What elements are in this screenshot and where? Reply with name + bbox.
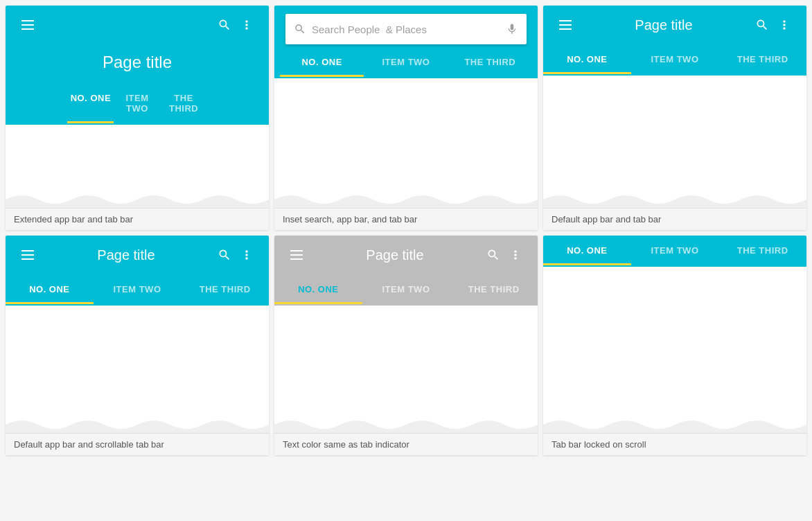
search-bar-icon xyxy=(294,23,306,35)
caption-4: Default app bar and scrollable tab bar xyxy=(6,433,269,455)
more-icon-4[interactable] xyxy=(236,244,258,266)
hamburger-3 xyxy=(559,20,572,30)
tab5-the-third[interactable]: THE THIRD xyxy=(450,274,538,304)
search-icon-3[interactable] xyxy=(751,14,773,36)
search-bar xyxy=(285,14,527,44)
grey-appbar: Page title xyxy=(274,236,538,274)
card-1: Page title NO. ONE ITEM TWO THE THIRD Ex… xyxy=(6,6,269,230)
mic-icon xyxy=(506,23,518,35)
appbar-top-row xyxy=(6,6,269,44)
tab6-the-third[interactable]: THE THIRD xyxy=(718,236,806,265)
content-area-6 xyxy=(543,267,806,433)
tab-bar-5: NO. ONE ITEM TWO THE THIRD xyxy=(274,274,538,306)
more-icon[interactable] xyxy=(236,14,258,36)
page-title-5: Page title xyxy=(308,247,482,263)
card-3: Page title NO. ONE ITEM TWO THE THIRD De… xyxy=(543,6,806,230)
search-icon-5[interactable] xyxy=(482,244,504,266)
caption-6: Tab bar locked on scroll xyxy=(543,433,806,455)
card-5: Page title NO. ONE ITEM TWO THE THIRD Te… xyxy=(274,236,538,455)
more-icon-5[interactable] xyxy=(504,244,527,266)
search-input[interactable] xyxy=(312,24,500,35)
search-icon-4[interactable] xyxy=(213,244,236,266)
search-icon[interactable] xyxy=(213,14,236,36)
tab2-the-third[interactable]: THE THIRD xyxy=(448,47,532,77)
tab-item-two[interactable]: ITEM TWO xyxy=(114,83,160,123)
content-area-4 xyxy=(6,306,269,433)
inset-search-container: NO. ONE ITEM TWO THE THIRD xyxy=(274,6,538,78)
tab2-item-two[interactable]: ITEM TWO xyxy=(364,47,448,77)
content-area-1 xyxy=(6,125,269,208)
main-grid: Page title NO. ONE ITEM TWO THE THIRD Ex… xyxy=(0,0,812,461)
tab-no-one[interactable]: NO. ONE xyxy=(67,83,114,123)
tab6-no-one[interactable]: NO. ONE xyxy=(543,236,631,265)
card-4: Page title NO. ONE ITEM TWO THE THIRD De… xyxy=(6,236,269,455)
tab5-no-one[interactable]: NO. ONE xyxy=(274,274,362,304)
extended-appbar: Page title NO. ONE ITEM TWO THE THIRD xyxy=(6,6,269,125)
content-area-2 xyxy=(274,78,538,208)
tab-the-third[interactable]: THE THIRD xyxy=(161,83,207,123)
tab-bar-3: NO. ONE ITEM TWO THE THIRD xyxy=(543,44,806,76)
hamburger-5 xyxy=(290,250,303,260)
page-title-4: Page title xyxy=(39,247,213,263)
hamburger-4 xyxy=(21,250,34,260)
tab2-no-one[interactable]: NO. ONE xyxy=(280,47,364,77)
tab6-item-two[interactable]: ITEM TWO xyxy=(631,236,719,265)
tab3-item-two[interactable]: ITEM TWO xyxy=(631,44,719,74)
page-title-3: Page title xyxy=(576,17,751,33)
tab-bar-1: NO. ONE ITEM TWO THE THIRD xyxy=(67,83,206,125)
menu-icon-3[interactable] xyxy=(554,14,576,36)
caption-3: Default app bar and tab bar xyxy=(543,208,806,230)
caption-2: Inset search, app bar, and tab bar xyxy=(274,208,538,230)
menu-icon[interactable] xyxy=(17,14,39,36)
menu-icon-5[interactable] xyxy=(285,244,308,266)
page-title: Page title xyxy=(6,44,269,83)
hamburger-icon xyxy=(21,20,34,30)
content-area-3 xyxy=(543,76,806,208)
tab-bar-2: NO. ONE ITEM TWO THE THIRD xyxy=(280,47,532,78)
tab-bar-4: NO. ONE ITEM TWO THE THIRD xyxy=(6,274,269,306)
card-2: NO. ONE ITEM TWO THE THIRD Inset search,… xyxy=(274,6,538,230)
tab4-no-one[interactable]: NO. ONE xyxy=(6,274,94,304)
tab3-the-third[interactable]: THE THIRD xyxy=(718,44,806,74)
tab5-item-two[interactable]: ITEM TWO xyxy=(362,274,450,304)
caption-5: Text color same as tab indicator xyxy=(274,433,538,455)
tab4-the-third[interactable]: THE THIRD xyxy=(181,274,269,304)
content-area-5 xyxy=(274,306,538,433)
default-appbar-4: Page title xyxy=(6,236,269,274)
default-appbar: Page title xyxy=(543,6,806,44)
tab-bar-6-standalone: NO. ONE ITEM TWO THE THIRD xyxy=(543,236,806,267)
tab4-item-two[interactable]: ITEM TWO xyxy=(94,274,182,304)
menu-icon-4[interactable] xyxy=(17,244,39,266)
caption-1: Extended app bar and tab bar xyxy=(6,208,269,230)
more-icon-3[interactable] xyxy=(773,14,795,36)
tab3-no-one[interactable]: NO. ONE xyxy=(543,44,631,74)
card-6: NO. ONE ITEM TWO THE THIRD Tab bar locke… xyxy=(543,236,806,455)
